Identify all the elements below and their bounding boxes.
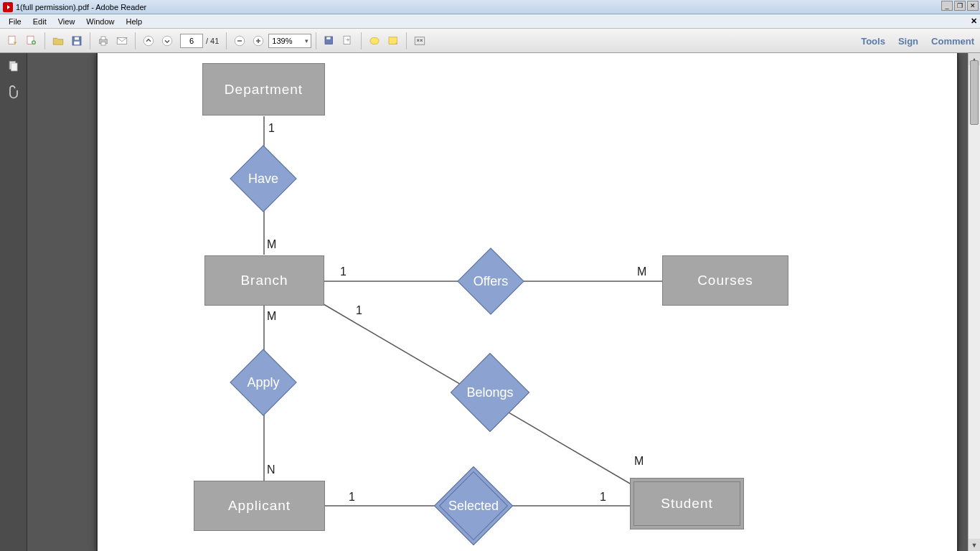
window-controls: _ ❐ ✕ [941,1,979,11]
toolbar-separator [44,32,45,50]
navigation-pane [0,53,27,551]
cardinality-label: 1 [356,304,362,317]
relation-label: Belongs [466,385,513,400]
window-title: 1(full permission).pdf - Adobe Reader [16,3,146,11]
close-button[interactable]: ✕ [967,1,979,11]
relation-apply: Apply [240,359,287,406]
zoom-out-icon[interactable] [231,32,248,50]
page-up-icon[interactable] [140,32,157,50]
save-icon[interactable] [68,32,85,50]
sign-panel-button[interactable]: Sign [898,36,918,47]
toolbar-separator [226,32,227,50]
toolbar-right-panel: Tools Sign Comment [861,29,974,53]
entity-branch: Branch [204,255,324,306]
restore-button[interactable]: ❐ [954,1,966,11]
menu-window[interactable]: Window [80,16,120,27]
relation-belongs: Belongs [462,364,518,420]
comment-panel-button[interactable]: Comment [931,36,974,47]
entity-courses: Courses [662,255,788,306]
entity-student: Student [630,478,744,529]
toolbar-separator [316,32,316,50]
entity-label: Department [225,82,303,98]
relation-label: Apply [247,375,279,390]
content-area: Department Branch Courses Applicant Stud… [0,53,980,551]
cardinality-label: 1 [600,491,606,504]
read-mode-icon[interactable] [411,32,428,50]
title-bar: 1(full permission).pdf - Adobe Reader _ … [0,0,980,14]
menu-file[interactable]: File [3,16,27,27]
document-close-icon[interactable]: ✕ [971,17,977,26]
svg-rect-17 [370,37,379,44]
relation-label: Have [248,171,278,187]
menu-help[interactable]: Help [120,16,148,27]
save-copy-icon[interactable] [321,32,338,50]
relation-selected: Selected [446,478,501,534]
create-pdf-icon[interactable] [23,32,40,50]
pdf-page: Department Branch Courses Applicant Stud… [96,53,958,551]
svg-rect-21 [11,63,17,71]
cardinality-label: 1 [340,265,347,278]
cardinality-label: M [637,265,646,278]
page-number-input[interactable] [180,34,203,48]
vertical-scrollbar[interactable]: ▲ ▼ [968,53,980,551]
relation-offers: Offers [467,258,514,305]
export-pdf-icon[interactable] [4,32,22,50]
toolbar-separator [135,32,136,50]
entity-label: Courses [697,273,753,288]
tools-panel-button[interactable]: Tools [861,36,885,47]
svg-rect-15 [327,37,331,39]
svg-rect-19 [415,37,425,44]
attachments-icon[interactable] [6,85,22,100]
svg-rect-7 [101,37,105,40]
menu-edit[interactable]: Edit [27,16,52,27]
relation-label: Selected [448,499,499,514]
zoom-value: 139% [272,37,292,45]
toolbar-separator [406,32,407,50]
scroll-down-icon[interactable]: ▼ [969,539,980,551]
scrollbar-thumb[interactable] [970,60,979,125]
menu-bar: File Edit View Window Help ✕ [0,14,980,29]
entity-label: Branch [240,273,288,288]
svg-point-11 [162,36,172,46]
svg-point-10 [143,36,154,46]
page-margin-right [957,53,958,551]
entity-label: Applicant [228,498,291,514]
highlight-icon[interactable] [366,32,383,50]
cardinality-label: M [634,455,644,468]
cardinality-label: M [267,238,276,251]
convert-icon[interactable] [339,32,357,50]
print-icon[interactable] [95,32,112,50]
relation-have: Have [240,155,287,202]
cardinality-label: 1 [268,122,275,135]
menu-view[interactable]: View [52,16,81,27]
svg-rect-18 [389,37,397,44]
svg-rect-8 [101,42,105,45]
document-viewport[interactable]: Department Branch Courses Applicant Stud… [27,53,980,551]
svg-rect-0 [9,36,15,44]
minimize-button[interactable]: _ [941,1,953,11]
page-margin-left [96,53,98,551]
toolbar-separator [90,32,90,50]
toolbar-separator [361,32,362,50]
zoom-combo[interactable]: 139% [268,34,311,48]
cardinality-label: 1 [349,491,355,504]
zoom-in-icon[interactable] [250,32,267,50]
cardinality-label: N [267,463,275,476]
sticky-note-icon[interactable] [385,32,402,50]
entity-label: Student [661,496,713,512]
svg-rect-4 [75,37,79,39]
pdf-icon [3,2,13,12]
cardinality-label: M [267,310,276,323]
entity-applicant: Applicant [194,481,325,531]
relation-label: Offers [473,274,509,289]
email-icon[interactable] [113,32,131,50]
page-down-icon[interactable] [159,32,176,50]
page-total-label: / 41 [206,37,219,45]
toolbar: / 41 139% Tools Sign Comment [0,29,980,53]
page-number-box: / 41 [180,34,219,48]
svg-rect-5 [74,41,80,44]
page-thumbnails-icon[interactable] [6,59,22,75]
open-icon[interactable] [50,32,67,50]
entity-department: Department [202,63,325,116]
